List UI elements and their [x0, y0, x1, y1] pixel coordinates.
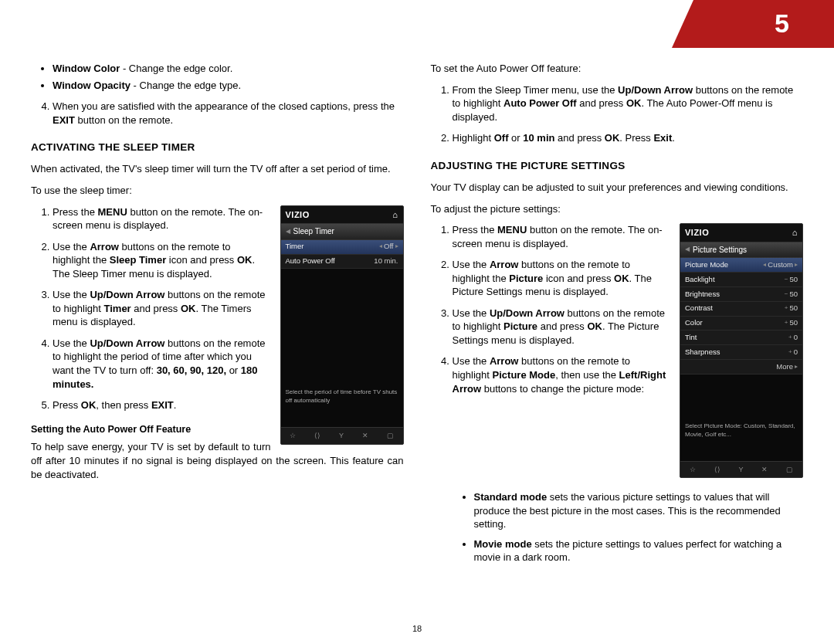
sc2-hint: Select Picture Mode: Custom, Standard, M…	[680, 419, 802, 461]
page-body: Window Color - Change the edge color. Wi…	[31, 62, 803, 613]
sc-hint: Select the period of time before TV shut…	[281, 385, 403, 427]
mode-standard: Standard mode sets the various picture s…	[474, 490, 804, 531]
sc2-row-brightness: Brightness− 50	[680, 287, 802, 302]
sc-spacer	[281, 269, 403, 385]
page-number: 18	[0, 623, 834, 635]
home-icon: ⌂	[392, 209, 398, 221]
tb-icon: ▢	[786, 465, 793, 474]
sc2-title: Picture Settings	[693, 245, 747, 256]
sc2-row-mode: Picture Mode ◂ Custom ▸	[680, 258, 802, 273]
tb-icon: ▢	[387, 431, 394, 440]
tb-icon: ⟨⟩	[314, 431, 320, 440]
sc2-brand-row: VIZIO ⌂	[680, 224, 802, 242]
tb-icon: Y	[339, 431, 344, 440]
screenshot-picture-settings: VIZIO ⌂ ◀ Picture Settings Picture Mode …	[680, 223, 803, 478]
cc-step4: When you are satisfied with the appearan…	[31, 100, 404, 127]
mode-sublist: Standard mode sets the various picture s…	[453, 486, 804, 564]
bullet-window-color: Window Color - Change the edge color.	[53, 62, 404, 76]
tb-icon: ☆	[690, 465, 696, 474]
sc-toolbar: ☆⟨⟩Y✕▢	[281, 427, 403, 443]
column-left: Window Color - Change the edge color. Wi…	[31, 62, 404, 613]
sc-title-row: ◀ Sleep Timer	[281, 224, 403, 240]
sc2-spacer	[680, 375, 802, 419]
autopower-para: To help save energy, your TV is set by d…	[31, 440, 404, 481]
tb-icon: ✕	[362, 431, 368, 440]
sc2-brand: VIZIO	[685, 227, 709, 239]
right-arrow-icon: ▸	[395, 242, 398, 251]
sc2-row-sharpness: Sharpness+ 0	[680, 345, 802, 360]
cc-bullets: Window Color - Change the edge color. Wi…	[31, 62, 404, 92]
mode-movie: Movie mode sets the picture settings to …	[474, 537, 804, 564]
sleep-lead: To use the sleep timer:	[31, 184, 404, 198]
bullet-window-opacity: Window Opacity - Change the edge type.	[53, 79, 404, 93]
sc2-row-more: More ▸	[680, 360, 802, 375]
sc-title: Sleep Timer	[293, 226, 334, 237]
sc2-toolbar: ☆⟨⟩Y✕▢	[680, 461, 802, 477]
column-right: To set the Auto Power Off feature: From …	[431, 62, 804, 613]
tb-icon: ⟨⟩	[714, 465, 720, 474]
chapter-tab: 5	[672, 0, 834, 48]
sc2-row-contrast: Contrast+ 50	[680, 302, 802, 317]
back-icon: ◀	[685, 246, 690, 254]
back-icon: ◀	[286, 228, 290, 236]
cc-step4-item: When you are satisfied with the appearan…	[53, 100, 404, 127]
sc2-row-tint: Tint+ 0	[680, 330, 802, 345]
heading-sleep-timer: Activating the Sleep Timer	[31, 141, 404, 154]
tb-icon: ☆	[290, 431, 296, 440]
ap-lead: To set the Auto Power Off feature:	[431, 62, 804, 76]
ap-step1: From the Sleep Timer menu, use the Up/Do…	[453, 83, 804, 124]
screenshot-sleep-timer: VIZIO ⌂ ◀ Sleep Timer Timer ◂ Off ▸ Auto…	[280, 205, 404, 445]
sc2-title-row: ◀ Picture Settings	[680, 242, 802, 259]
sc-brand-row: VIZIO ⌂	[281, 206, 403, 225]
tb-icon: Y	[738, 465, 743, 474]
sc-row-timer: Timer ◂ Off ▸	[281, 240, 403, 255]
sc2-row-backlight: Backlight− 50	[680, 273, 802, 287]
home-icon: ⌂	[792, 227, 798, 239]
tb-icon: ✕	[761, 465, 768, 474]
picture-intro: Your TV display can be adjusted to suit …	[431, 181, 804, 195]
chapter-number: 5	[775, 6, 789, 42]
ap-steps: From the Sleep Timer menu, use the Up/Do…	[431, 83, 804, 145]
picture-lead: To adjust the picture settings:	[431, 202, 804, 216]
sleep-intro: When activated, the TV's sleep timer wil…	[31, 162, 404, 176]
sc2-row-color: Color+ 50	[680, 317, 802, 331]
sc-brand: VIZIO	[286, 209, 310, 221]
left-arrow-icon: ◂	[379, 242, 382, 251]
heading-picture-settings: Adjusting the Picture Settings	[431, 159, 804, 173]
sc-row-autopower: Auto Power Off 10 min.	[281, 255, 403, 269]
ap-step2: Highlight Off or 10 min and press OK. Pr…	[453, 131, 804, 145]
